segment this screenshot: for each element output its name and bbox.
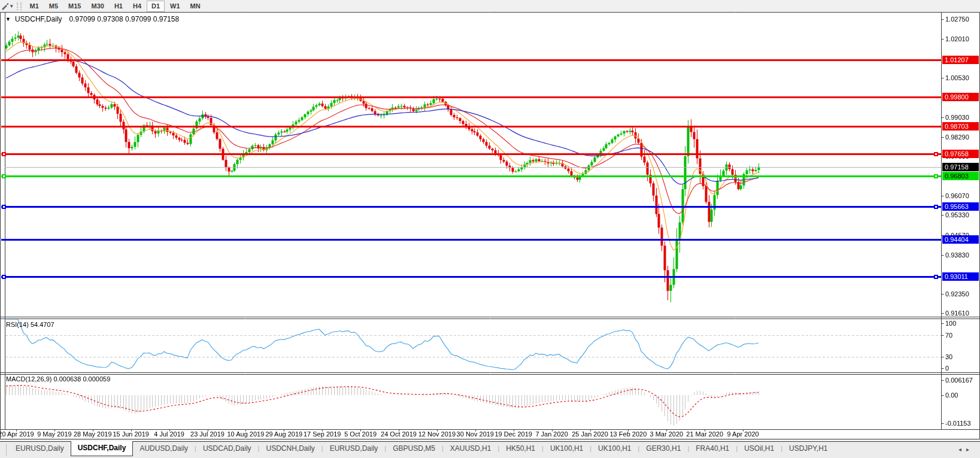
- hline-0.93011[interactable]: [1, 276, 941, 278]
- macd-axis-label: 0.006167: [945, 376, 973, 384]
- tab-usdchf-daily[interactable]: USDCHF,Daily: [71, 441, 134, 456]
- line-handle-left[interactable]: [2, 152, 6, 156]
- date-tick-label: 25 Jan 2020: [572, 430, 608, 438]
- price-tick-label: 1.00530: [945, 74, 969, 82]
- tab-eurusd-daily[interactable]: EURUSD,Daily: [323, 442, 385, 455]
- hline-0.99800[interactable]: [1, 96, 941, 98]
- hline-0.97658[interactable]: [1, 153, 941, 155]
- chevron-down-icon[interactable]: ▾: [10, 3, 13, 9]
- timeframe-toolbar: ▾ M1M5M15M30H1H4D1W1MN: [0, 0, 980, 12]
- toolbar-grip: [17, 2, 22, 10]
- date-tick-label: 30 Nov 2019: [457, 430, 494, 438]
- line-handle-left[interactable]: [2, 205, 6, 209]
- level-price-label: 0.98703: [942, 122, 979, 131]
- timeframe-button-m5[interactable]: M5: [44, 1, 63, 12]
- timeframe-button-m30[interactable]: M30: [87, 1, 109, 12]
- tab-uk100-h1[interactable]: UK100,H1: [591, 442, 638, 455]
- chart-ohlc-values: 0.97099 0.97308 0.97099 0.97158: [69, 15, 180, 23]
- current-price-label: 0.97158: [942, 163, 979, 171]
- date-tick-label: 17 Sep 2019: [304, 430, 341, 438]
- date-tick-label: 24 Oct 2019: [381, 430, 417, 438]
- price-tick-label: 0.95330: [945, 211, 969, 219]
- macd-axis-label: 0.00: [945, 391, 958, 399]
- level-price-label: 0.99800: [942, 93, 979, 101]
- tab-audusd-daily[interactable]: AUDUSD,Daily: [133, 442, 195, 455]
- hline-0.95663[interactable]: [1, 206, 941, 208]
- macd-axis-label: -0.01153: [945, 419, 971, 427]
- chart-title: ▼ USDCHF,Daily 0.97099 0.97308 0.97099 0…: [5, 15, 179, 23]
- hline-1.01207[interactable]: [1, 59, 941, 61]
- timeframe-button-h1[interactable]: H1: [110, 1, 128, 12]
- date-tick-label: 7 Jan 2020: [535, 430, 568, 438]
- tab-eurusd-daily[interactable]: EURUSD,Daily: [9, 442, 71, 455]
- tab-fra40-h1[interactable]: FRA40,H1: [689, 442, 736, 455]
- price-tick-label: 0.99030: [945, 113, 969, 122]
- date-tick-label: 10 Aug 2019: [227, 430, 264, 438]
- timeframe-button-m1[interactable]: M1: [25, 1, 44, 12]
- draw-tool-icon[interactable]: [0, 1, 10, 11]
- line-handle-left[interactable]: [2, 275, 6, 279]
- date-tick-label: 5 Oct 2019: [344, 430, 377, 438]
- price-tick-label: 0.98290: [945, 133, 969, 141]
- price-tick-label: 0.92350: [945, 290, 969, 298]
- tab-usdcad-daily[interactable]: USDCAD,Daily: [196, 442, 258, 455]
- date-tick-label: 4 Jul 2019: [154, 430, 184, 438]
- price-tick-label: 0.91610: [945, 309, 969, 317]
- price-tick-label: 0.93830: [945, 251, 969, 259]
- chart-tabs: EURUSD,DailyUSDCHF,DailyAUDUSD,Daily|USD…: [9, 442, 834, 456]
- tab-xauusd-h1[interactable]: XAUUSD,H1: [444, 442, 498, 455]
- tab-scroll-arrows[interactable]: ◂▸: [958, 446, 974, 453]
- date-tick-label: 15 Jun 2019: [113, 430, 149, 438]
- timeframe-button-m15[interactable]: M15: [63, 1, 86, 12]
- hline-0.98703[interactable]: [1, 126, 941, 128]
- hline-0.96803[interactable]: [1, 175, 941, 177]
- date-tick-label: 20 Apr 2019: [0, 430, 34, 438]
- chart-symbol-label: USDCHF,Daily: [15, 15, 62, 23]
- timeframe-button-w1[interactable]: W1: [165, 1, 185, 12]
- price-tick-label: 1.02010: [945, 35, 969, 43]
- hline-0.94404[interactable]: [1, 239, 941, 241]
- tab-scroll-right-icon[interactable]: ▸: [966, 446, 974, 453]
- date-tick-label: 3 Mar 2020: [650, 430, 683, 438]
- level-price-label: 0.95663: [942, 202, 979, 211]
- collapse-chart-icon[interactable]: ▼: [5, 16, 11, 22]
- timeframe-button-mn[interactable]: MN: [186, 1, 205, 12]
- chart-window: ▼ USDCHF,Daily 0.97099 0.97308 0.97099 0…: [0, 12, 980, 439]
- line-handle-right[interactable]: [934, 205, 938, 209]
- line-handle-right[interactable]: [934, 174, 938, 178]
- date-tick-label: 23 Jul 2019: [190, 430, 224, 438]
- rsi-axis-label: 70: [945, 331, 952, 339]
- line-handle-right[interactable]: [934, 275, 938, 279]
- level-price-label: 0.94404: [942, 235, 979, 244]
- date-tick-label: 28 May 2019: [74, 430, 112, 438]
- tab-usoil-h1[interactable]: USOil,H1: [738, 442, 781, 455]
- tab-ger30-h1[interactable]: GER30,H1: [639, 442, 687, 455]
- chart-canvas[interactable]: [0, 12, 980, 439]
- timeframe-button-h4[interactable]: H4: [128, 1, 146, 12]
- tab-gbpusd-m5[interactable]: GBPUSD,M5: [386, 442, 442, 455]
- rsi-axis-label: 100: [945, 319, 956, 327]
- chart-tab-bar: EURUSD,DailyUSDCHF,DailyAUDUSD,Daily|USD…: [0, 441, 980, 458]
- timeframe-buttons: M1M5M15M30H1H4D1W1MN: [25, 1, 206, 12]
- level-price-label: 0.93011: [942, 272, 979, 281]
- date-tick-label: 12 Nov 2019: [418, 430, 456, 438]
- tab-uk100-h1[interactable]: UK100,H1: [544, 442, 590, 455]
- price-tick-label: 1.02750: [945, 15, 969, 23]
- line-handle-left[interactable]: [2, 174, 6, 178]
- rsi-indicator-label: RSI(14) 54.4707: [6, 321, 54, 328]
- timeframe-button-d1[interactable]: D1: [147, 1, 165, 12]
- tab-usdcnh-daily[interactable]: USDCNH,Daily: [259, 442, 321, 455]
- line-handle-right[interactable]: [934, 152, 938, 156]
- tab-scroll-left-icon[interactable]: ◂: [958, 446, 966, 453]
- date-tick-label: 21 Mar 2020: [686, 430, 723, 438]
- date-tick-label: 19 Dec 2019: [494, 430, 532, 438]
- date-tick-label: 9 May 2019: [37, 430, 71, 438]
- tab-hk50-h1[interactable]: HK50,H1: [499, 442, 542, 455]
- macd-indicator-label: MACD(12,26,9) 0.000638 0.000059: [6, 375, 110, 383]
- rsi-axis-label: 0: [945, 364, 949, 372]
- tab-usdjpy-h1[interactable]: USDJPY,H1: [782, 442, 834, 455]
- price-tick-label: 0.96070: [945, 192, 969, 200]
- current-price-line: [5, 167, 941, 168]
- level-price-label: 0.97658: [942, 150, 979, 158]
- level-price-label: 0.96803: [942, 172, 979, 180]
